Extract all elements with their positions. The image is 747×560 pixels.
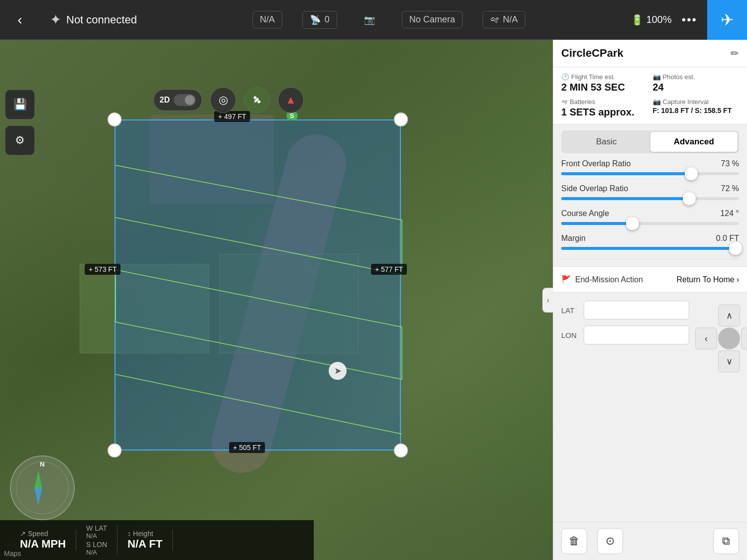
lon-input[interactable] [584, 326, 689, 344]
front-overlap-label: Front Overlap Ratio [561, 159, 631, 168]
alt-label-right: + 577 FT [371, 264, 407, 275]
dpad-left-button[interactable]: ‹ [695, 328, 717, 349]
2d-label: 2D [160, 96, 170, 105]
capture-label: Capture Interval [663, 98, 709, 106]
course-angle-track[interactable] [561, 222, 739, 225]
2d-toggle[interactable]: 2D [153, 89, 202, 111]
lon-label: S LON [86, 541, 107, 549]
speed-icon: ↗ [20, 530, 26, 538]
lat-label: LAT [95, 524, 107, 532]
compass: N [10, 455, 75, 520]
capture-stat: 📷 Capture Interval F: 101.8 FT / S: 158.… [653, 98, 740, 118]
battery-icon: 🔋 [631, 14, 643, 26]
drone-icon: ✦ [50, 11, 61, 28]
dpad-container: ∧ ‹ › ∨ [695, 301, 747, 376]
back-button[interactable]: ‹ [0, 0, 40, 40]
chevron-right-icon: › [737, 275, 739, 284]
margin-thumb[interactable] [729, 242, 742, 255]
map-layer-button[interactable]: ⧉ [713, 528, 739, 554]
waypoint-top-left[interactable] [108, 112, 122, 126]
airspace-icon: 🛩 [490, 14, 499, 25]
satellite-button[interactable]: 🛰 [244, 87, 270, 113]
left-toolbar: 💾 ⚙ [5, 90, 35, 155]
save-button[interactable]: 💾 [5, 90, 35, 119]
tab-basic[interactable]: Basic [563, 132, 650, 152]
height-stat: ↕ Height N/A FT [118, 530, 173, 551]
latlon-icon: W [86, 524, 93, 532]
flight-time-value: 2 MIN 53 SEC [561, 82, 648, 93]
panel-collapse-button[interactable]: › [542, 288, 553, 313]
side-overlap-thumb[interactable] [683, 192, 696, 205]
dpad-down-button[interactable]: ∨ [718, 350, 740, 372]
end-mission-icon: 🚩 [561, 275, 571, 284]
compass-circle: N [10, 455, 75, 520]
dpad: ∧ ‹ › ∨ [695, 305, 747, 372]
battery-indicator: 🔋 100% [631, 14, 672, 26]
top-bar-center: N/A 📡 0 📷 No Camera 🛩 N/A [147, 11, 631, 29]
end-mission-value: Return To Home [676, 275, 734, 284]
panel-edit-button[interactable]: ✏ [731, 47, 739, 59]
front-overlap-track[interactable] [561, 172, 739, 175]
record-icon: 📷 [364, 14, 375, 25]
camera-stat-icon: 📷 [653, 73, 661, 81]
lat-stat: W LAT N/A S LON N/A [76, 524, 118, 556]
dpad-right-button[interactable]: › [741, 328, 747, 349]
waypoint-bottom-right[interactable] [394, 444, 408, 457]
margin-track[interactable] [561, 247, 739, 250]
end-mission-row[interactable]: 🚩 End-Mission Action Return To Home › [553, 266, 747, 293]
fly-icon: ✈ [721, 10, 734, 29]
map-layer-icon: ⧉ [722, 535, 730, 548]
batteries-stat: 🛩 Batteries 1 SETS approx. [561, 98, 648, 118]
height-icon: ↕ [127, 530, 131, 538]
front-overlap-thumb[interactable] [685, 167, 698, 180]
waypoint-button[interactable]: ⊙ [597, 528, 623, 554]
lat-input[interactable] [584, 301, 689, 320]
margin-fill [561, 247, 736, 250]
svg-line-4 [116, 374, 402, 434]
dpad-center [718, 328, 740, 349]
flight-time-label: Flight Time est. [571, 73, 615, 81]
tab-advanced[interactable]: Advanced [650, 132, 738, 152]
right-panel: › CircleCPark ✏ 🕐 Flight Time est. 2 MIN… [553, 40, 747, 560]
batteries-value: 1 SETS approx. [561, 107, 648, 118]
side-overlap-fill [561, 197, 689, 200]
coord-section: LAT LON ∧ ‹ › [561, 293, 739, 384]
flight-path-svg [116, 120, 400, 449]
panel-divider-1 [561, 259, 739, 259]
waypoint-top-right[interactable] [394, 112, 408, 126]
flight-time-stat: 🕐 Flight Time est. 2 MIN 53 SEC [561, 73, 648, 93]
signal-label: N/A [260, 14, 275, 25]
target-button[interactable]: ◎ [210, 87, 236, 113]
fly-button[interactable]: ✈ [707, 0, 747, 40]
svg-line-0 [116, 165, 402, 220]
compass-icon: ▲ [285, 94, 296, 107]
battery-value: 100% [646, 14, 672, 25]
delete-icon: 🗑 [569, 535, 580, 548]
record-button[interactable]: 📷 [357, 11, 382, 28]
top-bar: ‹ ✦ Not connected N/A 📡 0 📷 No Camera 🛩 … [0, 0, 747, 40]
panel-header: CircleCPark ✏ [553, 40, 747, 67]
delete-button[interactable]: 🗑 [561, 528, 587, 554]
margin-row: Margin 0.0 FT [561, 234, 739, 250]
course-angle-fill [561, 222, 632, 225]
panel-content: Front Overlap Ratio 73 % Side Overlap Ra… [553, 159, 747, 522]
compass-needle-container [22, 468, 62, 508]
save-icon: 💾 [13, 98, 27, 111]
camera-label: No Camera [409, 14, 455, 25]
more-button[interactable]: ••• [682, 13, 697, 27]
dpad-up-button[interactable]: ∧ [718, 305, 740, 327]
side-overlap-track[interactable] [561, 197, 739, 200]
bottom-status-bar: ↗ Speed N/A MPH W LAT N/A S LON N/A ↕ He [0, 520, 314, 560]
settings-button[interactable]: ⚙ [5, 125, 35, 155]
toggle-switch[interactable] [174, 94, 196, 106]
course-angle-thumb[interactable] [626, 217, 639, 230]
speed-label: Speed [28, 530, 48, 538]
compass-button[interactable]: ▲ [278, 87, 304, 113]
svg-line-1 [116, 218, 402, 275]
lat-row: LAT [561, 301, 689, 320]
side-overlap-row: Side Overlap Ratio 72 % [561, 184, 739, 200]
waypoint-bottom-left[interactable] [108, 444, 122, 457]
capture-icon: 📷 [653, 98, 661, 106]
panel-title: CircleCPark [561, 47, 623, 60]
target-icon: ◎ [219, 94, 228, 107]
